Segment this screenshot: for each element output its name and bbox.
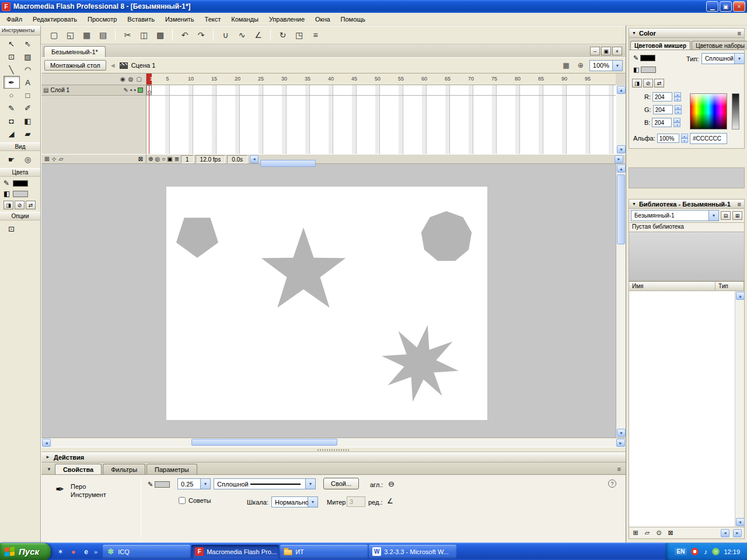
delete-item-icon[interactable]: ⊠: [666, 529, 675, 537]
collapse-icon[interactable]: ▼: [43, 467, 55, 474]
scroll-left-button[interactable]: [721, 529, 729, 537]
scroll-right-button[interactable]: [615, 155, 623, 163]
redo-button[interactable]: ↷: [194, 28, 208, 42]
dropdown-arrow[interactable]: [709, 210, 719, 221]
doc-minimize-button[interactable]: –: [590, 47, 600, 55]
scale-button[interactable]: ◳: [292, 28, 306, 42]
color-panel-header[interactable]: ▼ Color ≡: [629, 28, 745, 38]
scale-value[interactable]: Нормально: [271, 496, 308, 508]
timeline-horizontal-scrollbar[interactable]: [249, 155, 624, 163]
five-point-star-shape[interactable]: [261, 228, 346, 308]
scroll-track[interactable]: [616, 94, 626, 145]
menu-view[interactable]: Просмотр: [82, 14, 122, 24]
delete-layer-icon[interactable]: ⊠: [138, 156, 143, 162]
messenger-icon[interactable]: [712, 548, 720, 555]
scroll-right-button[interactable]: [616, 439, 625, 447]
lock-all-icon[interactable]: ◍: [128, 76, 134, 82]
open-button[interactable]: ◱: [63, 28, 78, 42]
fill-color-swatch[interactable]: [13, 191, 28, 197]
default-colors-button[interactable]: ◨: [4, 201, 13, 209]
scale-combo[interactable]: Нормально: [271, 496, 318, 508]
panel-menu-icon[interactable]: ≡: [738, 30, 741, 37]
line-tool[interactable]: ╲: [4, 63, 20, 76]
column-name[interactable]: Имя: [629, 282, 715, 290]
scroll-down-button[interactable]: [736, 518, 745, 526]
column-type[interactable]: Тип: [715, 282, 744, 290]
brush-tool[interactable]: ✐: [20, 102, 36, 114]
modify-markers-icon[interactable]: ≣: [174, 156, 179, 162]
hints-checkbox[interactable]: [179, 497, 186, 504]
layer-name[interactable]: Слой 1: [50, 87, 121, 93]
undo-button[interactable]: ↶: [177, 28, 192, 42]
lasso-tool[interactable]: ◠: [20, 63, 36, 76]
scroll-right-button[interactable]: [733, 529, 742, 537]
library-item-list[interactable]: [629, 291, 745, 527]
menu-control[interactable]: Управление: [264, 14, 310, 24]
scroll-thumb[interactable]: [191, 439, 337, 446]
scroll-up-button[interactable]: [617, 86, 626, 94]
library-vertical-scrollbar[interactable]: [735, 291, 744, 527]
stage-canvas[interactable]: [166, 187, 487, 420]
custom-stroke-button[interactable]: Свой...: [323, 478, 359, 489]
menu-help[interactable]: Помощь: [336, 14, 371, 24]
menu-commands[interactable]: Команды: [226, 14, 264, 24]
insert-layer-icon[interactable]: ⊞: [44, 156, 49, 162]
tab-properties[interactable]: Свойства: [55, 464, 102, 474]
menu-edit[interactable]: Редактировать: [27, 14, 82, 24]
swap-colors-button[interactable]: ⇄: [26, 201, 36, 209]
scroll-up-button[interactable]: [617, 164, 626, 173]
quick-launch-opera[interactable]: ●: [68, 547, 78, 556]
stage-horizontal-scrollbar[interactable]: [41, 438, 626, 447]
brightness-bar[interactable]: [732, 93, 739, 130]
panel-splitter[interactable]: [41, 447, 626, 452]
stage-vertical-scrollbar[interactable]: [616, 164, 626, 438]
outline-all-icon[interactable]: ▢: [137, 76, 142, 82]
stage-view[interactable]: [41, 164, 616, 438]
scroll-left-button[interactable]: [42, 439, 51, 447]
join-style-icon[interactable]: ∠: [387, 497, 393, 505]
panel-menu-icon[interactable]: ≡: [738, 201, 741, 208]
scroll-left-button[interactable]: [250, 155, 259, 163]
restore-button[interactable]: ▣: [720, 1, 732, 12]
scene-label[interactable]: Сцена 1: [131, 62, 156, 69]
library-document-value[interactable]: Безымянный-1: [631, 210, 709, 221]
fill-color-control[interactable]: ◧: [4, 190, 37, 198]
stroke-color-swatch[interactable]: [640, 55, 655, 61]
blue-value-input[interactable]: [652, 118, 672, 127]
stroke-color-swatch[interactable]: [13, 180, 28, 187]
volume-icon[interactable]: ♪: [701, 548, 709, 555]
new-folder-icon[interactable]: ▱: [643, 529, 652, 537]
stroke-color-control[interactable]: ✎: [148, 481, 170, 488]
timeline-frame-ruler[interactable]: 15101520253035404550556065707580859095: [146, 74, 616, 85]
add-motion-guide-icon[interactable]: ⊹: [51, 156, 56, 162]
layer-row[interactable]: ▤ Слой 1 ✎ • •: [41, 85, 146, 96]
swap-colors-button[interactable]: ⇄: [654, 79, 664, 88]
pen-tool[interactable]: ✒: [4, 76, 20, 89]
quick-launch-overflow-icon[interactable]: »: [94, 548, 97, 555]
help-button[interactable]: ?: [608, 480, 616, 488]
scroll-up-button[interactable]: [736, 292, 745, 300]
default-colors-button[interactable]: ◨: [632, 79, 642, 88]
onion-outlines-icon[interactable]: ○: [162, 156, 165, 162]
scroll-down-button[interactable]: [617, 429, 626, 437]
pencil-tool[interactable]: ✎: [4, 102, 20, 114]
scroll-track[interactable]: [51, 438, 616, 447]
collapse-icon[interactable]: ▼: [632, 202, 636, 206]
menu-modify[interactable]: Изменить: [160, 14, 200, 24]
selection-tool[interactable]: ↖: [4, 37, 20, 50]
dropdown-arrow[interactable]: [306, 478, 316, 489]
clock[interactable]: 12:19: [724, 548, 740, 555]
red-value-input[interactable]: [652, 92, 672, 102]
copy-button[interactable]: ◫: [137, 28, 151, 42]
no-color-button[interactable]: ⊘: [15, 201, 25, 209]
stroke-style-combo[interactable]: Сплошной: [214, 478, 316, 489]
dropdown-arrow[interactable]: [735, 53, 745, 64]
zoom-combo[interactable]: 100%: [589, 60, 623, 71]
language-indicator[interactable]: EN: [675, 548, 687, 555]
stage-button[interactable]: Монтажный стол: [44, 60, 106, 71]
item-properties-icon[interactable]: ⊙: [654, 529, 664, 537]
layer-lock-dot[interactable]: •: [134, 87, 136, 93]
stroke-color-control[interactable]: ✎: [4, 179, 37, 187]
doc-close-button[interactable]: ×: [612, 47, 622, 55]
timeline-vertical-scrollbar[interactable]: [616, 85, 626, 154]
